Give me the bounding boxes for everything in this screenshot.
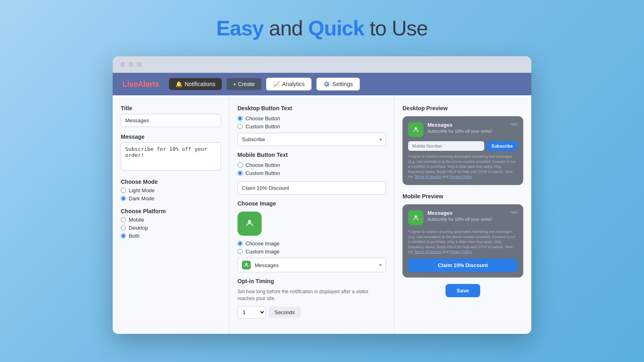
preview-msg-title: Messages bbox=[427, 122, 492, 128]
platform-mobile-label: Mobile bbox=[129, 217, 144, 223]
timing-select[interactable]: 1 bbox=[237, 306, 266, 319]
mobile-custom-btn-label: Custom Button bbox=[246, 170, 280, 176]
heading-and2: and bbox=[269, 16, 303, 40]
mode-light-label: Light Mode bbox=[129, 187, 155, 193]
opt-timing-label: Opt-in Timing bbox=[237, 278, 386, 284]
image-dropdown-row: Messages ▾ bbox=[237, 258, 386, 272]
settings-button[interactable]: ⚙️ Settings bbox=[316, 78, 360, 90]
platform-both-radio[interactable] bbox=[121, 233, 126, 239]
mobile-custom-text-input[interactable] bbox=[237, 181, 386, 195]
mobile-disclaimer-and: and bbox=[442, 250, 450, 254]
title-input[interactable] bbox=[121, 114, 221, 127]
preview-timestamp: now bbox=[510, 122, 518, 126]
choose-image-label2: Choose Image bbox=[246, 241, 280, 247]
desktop-choose-btn-radio[interactable] bbox=[237, 116, 243, 121]
mode-dark-radio[interactable] bbox=[121, 196, 126, 201]
platform-both-label: Both bbox=[129, 233, 140, 239]
desktop-button-text-label: Desktop Button Text bbox=[237, 105, 386, 111]
analytics-icon: 📈 bbox=[273, 81, 280, 87]
browser-window: LiveAlerts 🔔 Notifications + Create 📈 An… bbox=[113, 56, 531, 334]
desktop-custom-btn-label: Custom Button bbox=[246, 123, 280, 130]
middle-panel: Desktop Button Text Choose Button Custom… bbox=[229, 95, 394, 334]
desktop-choose-btn-option[interactable]: Choose Button bbox=[237, 115, 386, 121]
message-label: Message bbox=[121, 134, 221, 140]
image-dropdown-arrow: ▾ bbox=[379, 262, 382, 268]
preview-mobile-input[interactable] bbox=[408, 141, 484, 151]
mobile-terms-link[interactable]: Terms of Service bbox=[414, 250, 441, 254]
app-body: Title Message Subscribe for 10% off your… bbox=[113, 95, 531, 334]
choose-platform-group: Choose Platform Mobile Desktop Both bbox=[121, 208, 221, 239]
mode-dark-option[interactable]: Dark Mode bbox=[121, 195, 221, 202]
desktop-custom-btn-option[interactable]: Custom Button bbox=[237, 123, 386, 130]
heading-easy: Easy bbox=[216, 16, 263, 40]
browser-dot-yellow bbox=[128, 62, 134, 67]
mobile-preview-title: Mobile Preview bbox=[402, 193, 523, 200]
preview-input-row: Subscribe bbox=[408, 141, 518, 151]
desktop-preview-card: Messages Subscribe for 10% off your orde… bbox=[402, 116, 523, 185]
logo-accent: L bbox=[122, 80, 127, 88]
choose-image-option[interactable]: Choose Image bbox=[237, 241, 386, 247]
choose-mode-group: Choose Mode Light Mode Dark Mode bbox=[121, 179, 221, 202]
disclaimer-and: and bbox=[442, 175, 450, 179]
mobile-custom-btn-option[interactable]: Custom Button bbox=[237, 170, 386, 176]
desktop-preview-title: Desktop Preview bbox=[402, 105, 523, 111]
mobile-choose-btn-option[interactable]: Choose Button bbox=[237, 162, 386, 168]
mobile-preview-msg-title: Messages bbox=[427, 210, 492, 216]
preview-msg-info: Messages Subscribe for 10% off your orde… bbox=[427, 122, 492, 134]
image-preview-icon bbox=[237, 212, 262, 236]
privacy-link[interactable]: Privacy Policy bbox=[449, 175, 472, 179]
svg-point-6 bbox=[415, 215, 417, 218]
mode-dark-label: Dark Mode bbox=[129, 195, 155, 202]
platform-radio-group: Mobile Desktop Both bbox=[121, 217, 221, 239]
choose-image-radio[interactable] bbox=[237, 241, 243, 246]
desktop-button-text-section: Desktop Button Text Choose Button Custom… bbox=[237, 105, 386, 146]
mobile-preview-messages-icon bbox=[408, 210, 423, 225]
save-button[interactable]: Save bbox=[446, 284, 480, 297]
mobile-claim-btn[interactable]: Claim 10% Discount bbox=[408, 259, 518, 272]
preview-subscribe-btn[interactable]: Subscribe bbox=[487, 141, 518, 151]
mobile-button-text-section: Mobile Button Text Choose Button Custom … bbox=[237, 152, 386, 195]
app-navbar: LiveAlerts 🔔 Notifications + Create 📈 An… bbox=[113, 73, 531, 95]
message-textarea[interactable]: Subscribe for 10% off your order! bbox=[121, 142, 221, 171]
mode-light-radio[interactable] bbox=[121, 188, 126, 193]
preview-disclaimer: *I agree to receive recurring automated … bbox=[408, 154, 518, 179]
opt-timing-desc: Set how long before the notification is … bbox=[237, 288, 386, 302]
mobile-choose-btn-radio[interactable] bbox=[237, 162, 243, 168]
platform-mobile-option[interactable]: Mobile bbox=[121, 217, 221, 223]
platform-desktop-radio[interactable] bbox=[121, 225, 126, 230]
preview-messages-icon bbox=[408, 122, 423, 137]
subscribe-select[interactable]: Subscribe bbox=[237, 133, 386, 146]
browser-dot-green bbox=[137, 62, 142, 67]
create-button[interactable]: + Create bbox=[227, 78, 261, 90]
mobile-preview-disclaimer: *I agree to receive recurring automated … bbox=[408, 229, 518, 255]
platform-mobile-radio[interactable] bbox=[121, 217, 126, 222]
custom-image-radio[interactable] bbox=[237, 249, 243, 254]
terms-link[interactable]: Terms of Service bbox=[414, 175, 441, 179]
browser-dot-red bbox=[120, 62, 125, 67]
image-small-icon bbox=[242, 261, 251, 269]
svg-point-1 bbox=[248, 220, 251, 223]
choose-mode-label: Choose Mode bbox=[121, 179, 221, 185]
app-logo: LiveAlerts bbox=[122, 80, 159, 89]
desktop-btn-radio-group: Choose Button Custom Button bbox=[237, 115, 386, 130]
custom-image-option[interactable]: Custom Image bbox=[237, 249, 386, 255]
analytics-button[interactable]: 📈 Analytics bbox=[266, 78, 312, 90]
bell-icon: 🔔 bbox=[175, 81, 182, 87]
image-radio-group: Choose Image Custom Image bbox=[237, 241, 386, 255]
opt-timing-section: Opt-in Timing Set how long before the no… bbox=[237, 278, 386, 319]
notifications-label: Notifications bbox=[185, 81, 215, 87]
heading-quick2: Quick bbox=[308, 16, 364, 40]
mode-light-option[interactable]: Light Mode bbox=[121, 187, 221, 193]
seconds-label: Seconds bbox=[269, 307, 301, 318]
mobile-preview-header: Messages Subscribe for 10% off your orde… bbox=[408, 210, 518, 225]
mobile-privacy-link[interactable]: Privacy Policy bbox=[449, 250, 472, 254]
mobile-custom-btn-radio[interactable] bbox=[237, 171, 243, 176]
left-panel: Title Message Subscribe for 10% off your… bbox=[113, 95, 229, 334]
platform-both-option[interactable]: Both bbox=[121, 233, 221, 239]
platform-desktop-option[interactable]: Desktop bbox=[121, 225, 221, 231]
preview-header: Messages Subscribe for 10% off your orde… bbox=[408, 122, 518, 137]
title-label: Title bbox=[121, 105, 221, 111]
title-field-group: Title bbox=[121, 105, 221, 127]
notifications-button[interactable]: 🔔 Notifications bbox=[169, 78, 222, 90]
desktop-custom-btn-radio[interactable] bbox=[237, 124, 243, 129]
